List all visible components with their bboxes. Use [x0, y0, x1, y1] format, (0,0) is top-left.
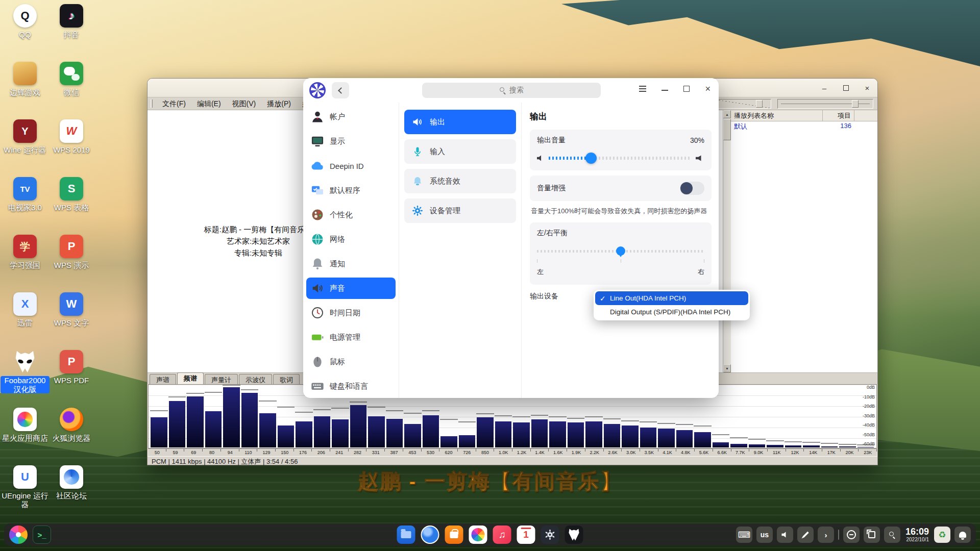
volume-icon[interactable]: [777, 527, 793, 543]
scrollbar-thumb[interactable]: [723, 119, 731, 140]
terminal-icon[interactable]: >_: [33, 525, 51, 544]
sidebar-item-label: 时间日期: [330, 308, 360, 318]
sidebar-item-cloud[interactable]: Deepin ID: [306, 155, 396, 177]
maximize-icon[interactable]: [841, 83, 851, 93]
expand-chevron-icon[interactable]: ›: [818, 527, 834, 543]
menu-item[interactable]: 文件(F): [157, 97, 191, 110]
menu-item[interactable]: 视图(V): [227, 97, 262, 110]
section-output[interactable]: 输出: [404, 110, 516, 134]
section-sfx[interactable]: 系统音效: [404, 169, 516, 193]
sidebar-item-mouse[interactable]: 鼠标: [306, 351, 396, 372]
volume-loud-icon[interactable]: [696, 155, 704, 161]
volume-slider[interactable]: [549, 153, 691, 164]
browser-icon[interactable]: [421, 525, 439, 544]
tab-声谱[interactable]: 声谱: [150, 374, 176, 384]
seek-slider[interactable]: [714, 99, 771, 109]
desktop-icon-qq[interactable]: QQQ: [1, 4, 50, 39]
volume-slider-thumb[interactable]: [852, 100, 859, 108]
scroll-down-icon[interactable]: ▼: [723, 364, 731, 372]
desktop-icon-tvhome[interactable]: TV电视家3.0: [1, 177, 50, 212]
desktop-icon-bianfeng[interactable]: 边锋游戏: [1, 62, 50, 96]
spectrum-bar: [278, 425, 295, 447]
desktop-icon-xunlei[interactable]: X迅雷: [1, 292, 50, 327]
sidebar-item-display[interactable]: 显示: [306, 131, 396, 152]
sidebar-item-sound[interactable]: 声音: [306, 278, 396, 299]
photos-icon[interactable]: [469, 525, 487, 544]
clock[interactable]: 16:09 2022/10/1: [905, 527, 929, 542]
tab-歌词[interactable]: 歌词: [273, 374, 300, 384]
notification-bell-icon[interactable]: [954, 527, 971, 543]
control-center-icon[interactable]: [541, 525, 559, 544]
desktop-icon-wps-writer[interactable]: WWPS 文字: [47, 292, 96, 327]
desktop-icon-wine[interactable]: YWine 运行器: [1, 119, 50, 154]
sidebar-item-persona[interactable]: 个性化: [306, 204, 396, 226]
frequency-label: 206: [312, 449, 330, 456]
sidebar-item-network[interactable]: 网络: [306, 229, 396, 250]
vertical-scrollbar[interactable]: ▲ ▼: [723, 110, 731, 372]
menu-icon[interactable]: [639, 88, 646, 89]
foobar-dock-icon[interactable]: [565, 525, 583, 544]
app-store-icon[interactable]: [445, 525, 463, 544]
minimize-icon[interactable]: –: [819, 83, 829, 93]
minimize-icon[interactable]: [662, 90, 668, 91]
volume-slider-handle[interactable]: [585, 153, 597, 164]
sidebar-item-keyboard[interactable]: 键盘和语言: [306, 375, 396, 397]
desktop-icon-wps-pdf[interactable]: PWPS PDF: [47, 350, 96, 385]
search-input[interactable]: 搜索: [422, 83, 601, 98]
dropdown-option[interactable]: ✓Line Out(HDA Intel PCH): [595, 291, 748, 305]
close-icon[interactable]: ×: [862, 83, 872, 93]
calendar-icon[interactable]: 1: [517, 525, 535, 544]
dropdown-option[interactable]: Digital Output (S/PDIF)(HDA Intel PCH): [595, 305, 748, 319]
menu-item[interactable]: 播放(P): [261, 97, 297, 110]
close-icon[interactable]: ×: [705, 85, 710, 92]
system-monitor-icon[interactable]: [843, 527, 860, 543]
launcher-icon[interactable]: [9, 525, 28, 544]
tab-声量计[interactable]: 声量计: [205, 374, 238, 384]
playlist-row[interactable]: 默认136: [731, 121, 877, 132]
settings-titlebar[interactable]: 搜索 ×: [303, 78, 719, 103]
tab-示波仪[interactable]: 示波仪: [239, 374, 272, 384]
sidebar-item-user[interactable]: 帐户: [306, 106, 396, 128]
foobar-alien-glyph: [15, 350, 35, 373]
sidebar-item-bell[interactable]: 通知: [306, 253, 396, 274]
keyboard-icon[interactable]: ⌨: [736, 527, 752, 543]
pen-icon[interactable]: [797, 527, 814, 543]
desktop-icon-spark-store[interactable]: 星火应用商店: [1, 408, 50, 442]
desktop-icon-wps2019[interactable]: WWPS 2019: [47, 119, 96, 154]
maximize-icon[interactable]: [683, 86, 690, 92]
tab-频谱[interactable]: 频谱: [177, 372, 204, 384]
desktop-icon-wps-sheets[interactable]: SWPS 表格: [47, 177, 96, 212]
sidebar-item-defapps[interactable]: 默认程序: [306, 180, 396, 201]
sidebar-item-clock[interactable]: 时间日期: [306, 302, 396, 323]
desktop-icon-firefox[interactable]: 火狐浏览器: [47, 408, 96, 442]
desktop-icon-foobar[interactable]: Foobar2000汉化版: [1, 350, 50, 394]
playlist-column-header[interactable]: 播放列表名称: [731, 110, 823, 121]
file-manager-icon[interactable]: [397, 525, 415, 544]
music-icon[interactable]: ♫: [493, 525, 511, 544]
keyboard-layout-indicator[interactable]: us: [756, 527, 773, 543]
scroll-up-icon[interactable]: ▲: [723, 110, 731, 118]
volume-slider[interactable]: [777, 99, 873, 109]
desktop-icon-wps-slides[interactable]: PWPS 演示: [47, 235, 96, 269]
screenshot-icon[interactable]: [864, 527, 880, 543]
desktop-icon-wechat[interactable]: 微信: [47, 62, 96, 96]
search-icon[interactable]: [884, 527, 900, 543]
menu-item[interactable]: 编辑(E): [191, 97, 227, 110]
back-button[interactable]: [332, 82, 349, 98]
section-devices[interactable]: 设备管理: [404, 198, 516, 223]
volume-mute-icon[interactable]: [537, 155, 544, 161]
seek-slider-thumb[interactable]: [756, 100, 763, 108]
boost-toggle[interactable]: [680, 182, 704, 195]
wechat-icon: [60, 62, 83, 85]
playlist-column-header[interactable]: 项目: [823, 110, 854, 121]
desktop-icon-xuexi[interactable]: 学学习强国: [1, 235, 50, 269]
multitasking-icon[interactable]: [56, 525, 75, 544]
balance-slider-handle[interactable]: [616, 246, 625, 256]
section-input[interactable]: 输入: [404, 139, 516, 164]
toolbar-grip[interactable]: [151, 99, 153, 108]
sidebar-item-battery[interactable]: 电源管理: [306, 327, 396, 348]
desktop-icon-douyin[interactable]: ♪抖音: [47, 4, 96, 39]
balance-slider[interactable]: [537, 246, 704, 266]
trash-icon[interactable]: ♻: [934, 527, 950, 543]
balance-label: 左/右平衡: [537, 229, 568, 238]
